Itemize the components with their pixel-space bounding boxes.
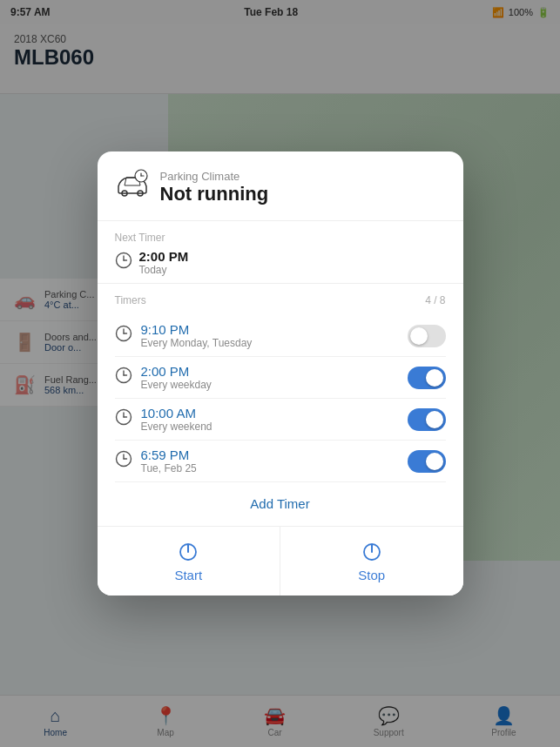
timer-1-time: 9:10 PM xyxy=(141,322,253,337)
next-timer-label: Next Timer xyxy=(115,232,446,244)
next-timer-day: Today xyxy=(139,264,189,276)
start-power-icon xyxy=(176,540,200,564)
timer-2-recurrence: Every weekday xyxy=(141,379,212,391)
timers-section: Timers 4 / 8 9:10 PM Every Monday xyxy=(98,284,463,482)
modal-car-clock-icon xyxy=(115,169,150,206)
modal-footer: Start Stop xyxy=(98,526,463,596)
timer-4-recurrence: Tue, Feb 25 xyxy=(141,462,197,474)
timer-row-1[interactable]: 9:10 PM Every Monday, Tuesday xyxy=(115,315,446,357)
timer-1-toggle[interactable] xyxy=(408,325,446,347)
timer-2-toggle[interactable] xyxy=(408,367,446,389)
stop-label: Stop xyxy=(358,568,385,582)
timers-count: 4 / 8 xyxy=(425,294,445,306)
start-label: Start xyxy=(174,568,202,582)
start-button[interactable]: Start xyxy=(98,527,281,596)
climate-modal: Parking Climate Not running Next Timer 2… xyxy=(98,151,463,596)
timer-4-toggle[interactable] xyxy=(408,450,446,473)
timer-1-recurrence: Every Monday, Tuesday xyxy=(141,337,253,349)
timer-1-clock-icon xyxy=(115,325,132,347)
timer-4-clock-icon xyxy=(115,450,132,472)
next-timer-time: 2:00 PM xyxy=(139,249,189,264)
modal-header: Parking Climate Not running xyxy=(98,151,463,221)
next-timer-section: Next Timer 2:00 PM Today xyxy=(98,221,463,284)
stop-button[interactable]: Stop xyxy=(280,527,463,596)
timer-row-4[interactable]: 6:59 PM Tue, Feb 25 xyxy=(115,441,446,482)
timer-3-toggle[interactable] xyxy=(408,408,446,431)
timer-4-time: 6:59 PM xyxy=(141,448,197,462)
add-timer-row[interactable]: Add Timer xyxy=(98,482,463,526)
timer-2-time: 2:00 PM xyxy=(141,364,212,379)
next-timer-clock-icon xyxy=(115,252,132,273)
timer-row-2[interactable]: 2:00 PM Every weekday xyxy=(115,357,446,399)
timer-3-clock-icon xyxy=(115,408,132,430)
add-timer-button[interactable]: Add Timer xyxy=(250,496,309,511)
timer-2-clock-icon xyxy=(115,367,132,388)
modal-overlay: Parking Climate Not running Next Timer 2… xyxy=(0,0,560,747)
modal-subtitle: Parking Climate xyxy=(160,170,269,183)
timer-3-time: 10:00 AM xyxy=(141,406,213,421)
timers-label: Timers xyxy=(115,294,146,306)
stop-power-icon xyxy=(360,540,384,564)
timer-3-recurrence: Every weekend xyxy=(141,421,213,433)
modal-title: Not running xyxy=(160,183,269,205)
timer-row-3[interactable]: 10:00 AM Every weekend xyxy=(115,399,446,441)
